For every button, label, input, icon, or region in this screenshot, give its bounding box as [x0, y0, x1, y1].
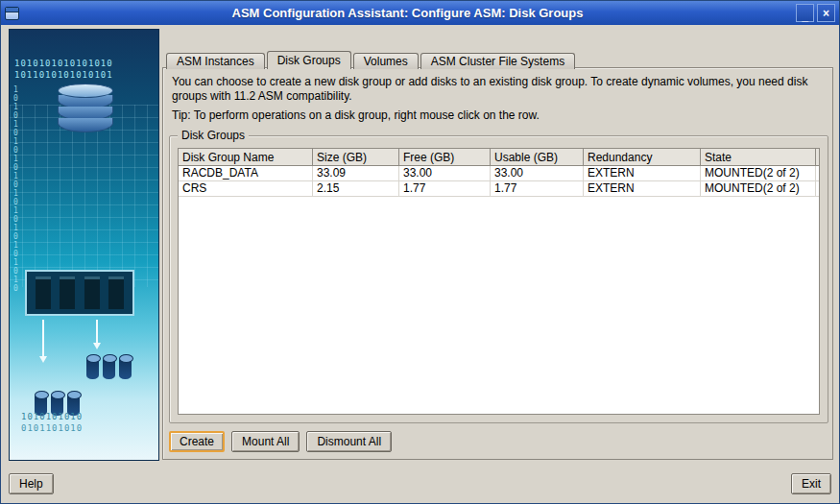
window-controls: _ × — [796, 4, 835, 22]
table-row[interactable]: CRS 2.15 1.77 1.77 EXTERN MOUNTED(2 of 2… — [179, 181, 819, 197]
tab-asm-cluster-file-systems[interactable]: ASM Cluster File Systems — [420, 53, 575, 69]
binary-decoration: 1011010101010101 — [14, 70, 113, 80]
dismount-all-button[interactable]: Dismount All — [306, 431, 392, 452]
binary-decoration: 0101101010 — [21, 423, 83, 433]
binary-decoration: 1010101010101010 — [14, 59, 113, 68]
column-header-free[interactable]: Free (GB) — [399, 149, 491, 166]
mount-all-button[interactable]: Mount All — [231, 431, 300, 452]
window-title: ASM Configuration Assistant: Configure A… — [19, 6, 796, 20]
tab-disk-groups[interactable]: Disk Groups — [267, 51, 351, 69]
cell-usable: 33.00 — [491, 166, 584, 181]
binary-decoration: 1010101010 — [21, 412, 83, 421]
column-header-usable[interactable]: Usable (GB) — [491, 149, 584, 166]
storage-rack-icon — [25, 270, 134, 316]
brand-panel: 1010101010101010 1011010101010101 101010… — [9, 29, 159, 461]
groupbox-title: Disk Groups — [178, 129, 249, 142]
exit-button[interactable]: Exit — [791, 473, 831, 494]
create-button[interactable]: Create — [169, 431, 225, 452]
down-arrow-icon — [42, 320, 44, 360]
titlebar: ASM Configuration Assistant: Configure A… — [1, 1, 839, 25]
disk-cluster-icon — [86, 356, 132, 379]
column-header-size[interactable]: Size (GB) — [313, 149, 399, 166]
cell-size: 33.09 — [313, 166, 399, 181]
description-text: You can choose to create a new disk grou… — [172, 75, 823, 104]
window-icon — [5, 7, 19, 20]
database-cylinder-icon — [58, 84, 113, 132]
cell-filler — [816, 181, 820, 197]
tab-bar: ASM Instances Disk Groups Volumes ASM Cl… — [166, 51, 575, 69]
tab-content-panel: You can choose to create a new disk grou… — [162, 67, 833, 460]
down-arrow-icon — [96, 320, 98, 347]
cell-filler — [816, 166, 820, 181]
tab-asm-instances[interactable]: ASM Instances — [166, 53, 265, 69]
cell-state: MOUNTED(2 of 2) — [701, 166, 816, 181]
cell-redundancy: EXTERN — [584, 166, 701, 181]
minimize-icon: _ — [802, 10, 808, 23]
disk-groups-groupbox: Disk Groups Disk Group Name Size (GB) Fr… — [169, 135, 828, 423]
table-header-row: Disk Group Name Size (GB) Free (GB) Usab… — [179, 149, 819, 166]
column-header-redundancy[interactable]: Redundancy — [584, 149, 701, 166]
cell-usable: 1.77 — [491, 181, 584, 197]
help-button[interactable]: Help — [9, 473, 54, 494]
cell-free: 33.00 — [399, 166, 491, 181]
column-header-filler — [816, 149, 820, 166]
cell-disk-group-name: CRS — [179, 181, 313, 197]
tip-text: Tip: To perform operations on a disk gro… — [172, 108, 823, 122]
column-header-state[interactable]: State — [701, 149, 816, 166]
cell-free: 1.77 — [399, 181, 491, 197]
action-buttons: Create Mount All Dismount All — [169, 431, 392, 452]
app-window: ASM Configuration Assistant: Configure A… — [0, 0, 840, 504]
disk-groups-table: Disk Group Name Size (GB) Free (GB) Usab… — [178, 148, 820, 415]
cell-state: MOUNTED(2 of 2) — [701, 181, 816, 197]
tab-volumes[interactable]: Volumes — [353, 53, 419, 69]
cell-disk-group-name: RACDB_DATA — [179, 166, 313, 181]
minimize-button[interactable]: _ — [796, 4, 814, 22]
column-header-disk-group-name[interactable]: Disk Group Name — [179, 149, 313, 166]
window-body: 1010101010101010 1011010101010101 101010… — [1, 25, 839, 503]
cell-redundancy: EXTERN — [584, 181, 701, 197]
table-row[interactable]: RACDB_DATA 33.09 33.00 33.00 EXTERN MOUN… — [179, 166, 819, 181]
cell-size: 2.15 — [313, 181, 399, 197]
close-button[interactable]: × — [817, 4, 835, 22]
close-icon: × — [823, 7, 829, 20]
